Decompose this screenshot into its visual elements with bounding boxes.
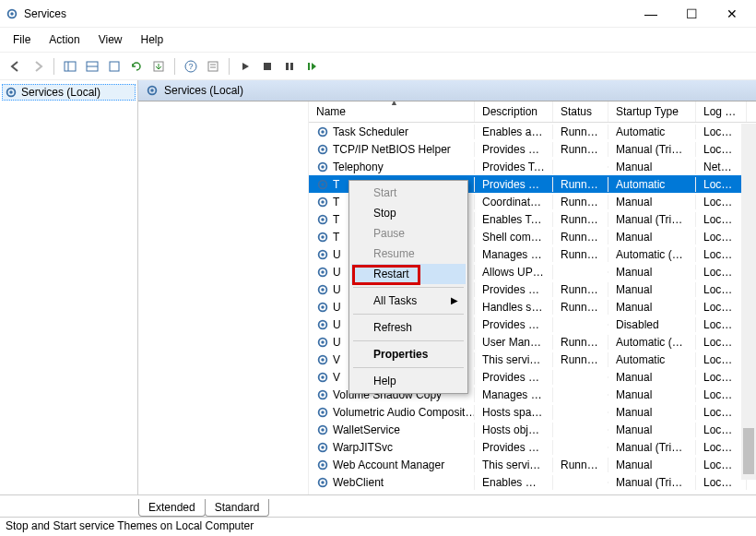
service-startup: Automatic (… (608, 247, 696, 262)
svg-text:?: ? (188, 62, 193, 71)
service-startup: Manual (Trig… (608, 212, 696, 227)
svg-point-44 (321, 323, 325, 327)
service-name: U (333, 248, 341, 261)
service-name: V (333, 371, 340, 384)
menu-view[interactable]: View (91, 31, 130, 48)
service-name: U (333, 283, 341, 296)
svg-point-58 (321, 446, 325, 449)
service-status: Running (553, 177, 608, 192)
service-logon: Local Sy (696, 387, 747, 402)
column-description[interactable]: Description (475, 101, 553, 122)
service-row[interactable]: Web Account ManagerThis service …Running… (309, 456, 756, 473)
ctx-properties[interactable]: Properties (351, 344, 466, 364)
service-desc: Handles sto… (475, 300, 553, 315)
menu-file[interactable]: File (6, 31, 38, 48)
detail-pane-button[interactable] (82, 56, 102, 77)
gear-icon (316, 388, 329, 401)
pause-service-button[interactable] (279, 56, 300, 77)
service-logon: Local Sy (696, 125, 747, 139)
service-startup: Manual (608, 300, 696, 315)
service-status: Running (553, 352, 608, 367)
column-log-on[interactable]: Log On (696, 101, 747, 122)
show-hide-tree-button[interactable] (60, 56, 80, 77)
restart-service-button[interactable] (301, 56, 322, 77)
maximize-button[interactable]: ☐ (679, 6, 704, 21)
refresh-button[interactable] (126, 56, 147, 77)
menu-action[interactable]: Action (41, 31, 87, 48)
help-button[interactable]: ? (181, 56, 201, 77)
gear-icon (316, 213, 329, 226)
service-logon: Local Sy (696, 212, 747, 227)
service-row[interactable]: WebClientEnables Win…Manual (Trig…Local … (309, 473, 756, 491)
gear-icon (316, 353, 329, 366)
svg-point-40 (321, 288, 325, 292)
service-name: WalletService (333, 423, 400, 436)
service-desc: This service … (475, 458, 553, 472)
service-logon: Local Sy (696, 247, 747, 262)
svg-rect-2 (65, 62, 76, 71)
service-startup: Manual (608, 230, 696, 244)
service-status (553, 429, 608, 431)
minimize-button[interactable]: ― (638, 6, 664, 21)
close-button[interactable]: ✕ (719, 6, 745, 21)
svg-point-60 (321, 463, 325, 467)
service-status (553, 271, 608, 273)
service-status (553, 376, 608, 378)
column-startup-type[interactable]: Startup Type (608, 101, 696, 122)
service-row[interactable]: Volumetric Audio Composit…Hosts spatia…M… (309, 403, 756, 421)
ctx-help[interactable]: Help (351, 371, 466, 391)
svg-point-22 (321, 130, 325, 134)
svg-point-24 (321, 148, 325, 151)
service-name: T (333, 213, 339, 226)
service-row[interactable]: WarpJITSvcProvides a JI…Manual (Trig…Loc… (309, 438, 756, 456)
svg-point-52 (321, 393, 325, 397)
service-row[interactable]: TelephonyProvides Tel…ManualNetwork (309, 158, 756, 175)
svg-point-36 (321, 253, 325, 256)
service-startup: Manual (Trig… (608, 440, 696, 455)
service-startup: Automatic (608, 177, 696, 192)
svg-point-56 (321, 428, 325, 432)
service-startup: Manual (608, 282, 696, 297)
ctx-stop[interactable]: Stop (351, 203, 466, 223)
service-row[interactable]: WalletServiceHosts objec…ManualLocal Sy (309, 421, 756, 438)
forward-button[interactable] (28, 56, 48, 77)
gear-icon (316, 231, 329, 244)
gear-icon (316, 125, 329, 138)
service-row[interactable]: Task SchedulerEnables a us…RunningAutoma… (309, 123, 756, 140)
service-desc: Provides su… (475, 142, 553, 157)
service-row[interactable]: TCP/IP NetBIOS HelperProvides su…Running… (309, 140, 756, 158)
app-icon (6, 7, 18, 20)
service-startup: Manual (Trig… (608, 142, 696, 157)
gear-icon (146, 84, 159, 97)
service-name: Volumetric Audio Composit… (333, 406, 475, 419)
tree-root-services-local[interactable]: Services (Local) (2, 84, 136, 101)
service-startup: Manual (608, 265, 696, 280)
service-name: U (333, 318, 341, 331)
menu-help[interactable]: Help (134, 31, 171, 48)
properties-button[interactable] (203, 56, 223, 77)
toolbar-sep (53, 58, 54, 75)
svg-point-18 (9, 90, 13, 94)
back-button[interactable] (6, 56, 26, 77)
ctx-refresh[interactable]: Refresh (351, 317, 466, 338)
column-status[interactable]: Status (553, 101, 608, 122)
scrollbar-thumb[interactable] (743, 428, 754, 474)
service-name: Telephony (333, 161, 384, 173)
service-logon: Local Sy (696, 300, 747, 315)
service-desc: Provides us… (475, 177, 553, 192)
service-status: Running (553, 230, 608, 244)
service-startup: Manual (608, 160, 696, 174)
context-menu: Start Stop Pause Resume Restart All Task… (348, 180, 468, 394)
tab-extended[interactable]: Extended (138, 499, 206, 517)
service-startup: Manual (608, 387, 696, 402)
ctx-sep (353, 367, 464, 368)
stop-service-button[interactable] (257, 56, 278, 77)
export-list-button[interactable] (148, 56, 169, 77)
service-name: T (333, 231, 339, 244)
export-button[interactable] (104, 56, 124, 77)
tab-standard[interactable]: Standard (205, 499, 270, 517)
ctx-restart[interactable]: Restart (351, 264, 466, 284)
ctx-all-tasks[interactable]: All Tasks▶ (351, 291, 466, 311)
start-service-button[interactable] (235, 56, 255, 77)
vertical-scrollbar[interactable] (741, 124, 756, 480)
